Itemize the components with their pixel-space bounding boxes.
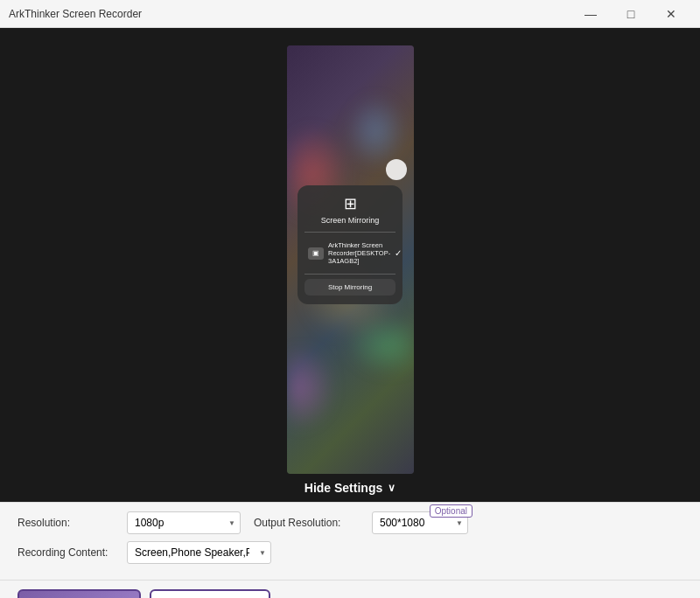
output-resolution-label: Output Resolution:	[254, 517, 359, 529]
mirroring-divider	[304, 232, 396, 233]
mirroring-title: Screen Mirroring	[321, 216, 380, 225]
mirroring-title-row: ⊞ Screen Mirroring	[304, 194, 396, 225]
app-title: ArkThinker Screen Recorder	[9, 8, 142, 20]
output-resolution-group: 500*1080 1080*1920 Optional	[372, 511, 468, 534]
mirroring-option: ▣ ArkThinker Screen Recorder[DESKTOP-3A1…	[304, 237, 396, 269]
phone-circle-button	[386, 159, 407, 180]
preview-area: ⊞ Screen Mirroring ▣ ArkThinker Screen R…	[0, 28, 700, 502]
window-controls: — □ ✕	[570, 0, 691, 28]
content-select[interactable]: Screen,Phone Speaker,PC Mi... Screen onl…	[127, 541, 271, 564]
chevron-down-icon: ∨	[388, 482, 396, 494]
mirroring-divider-2	[304, 274, 396, 275]
maximize-button[interactable]: □	[611, 0, 651, 28]
phone-screen: ⊞ Screen Mirroring ▣ ArkThinker Screen R…	[287, 45, 414, 474]
record-button[interactable]: Record	[18, 589, 141, 598]
minimize-button[interactable]: —	[570, 0, 611, 28]
option-icon: ▣	[308, 247, 324, 260]
hide-settings-bar[interactable]: Hide Settings ∨	[18, 474, 682, 502]
optional-badge: Optional	[430, 504, 472, 518]
content-label: Recording Content:	[18, 546, 114, 559]
resolution-select[interactable]: 1080p 720p 480p	[127, 511, 241, 534]
mirroring-icon: ⊞	[344, 194, 357, 213]
snapshot-button[interactable]: 📷 SnapShot	[150, 589, 270, 598]
settings-panel: Resolution: 1080p 720p 480p Output Resol…	[0, 502, 700, 580]
main-content: ⊞ Screen Mirroring ▣ ArkThinker Screen R…	[0, 28, 700, 598]
title-bar: ArkThinker Screen Recorder — □ ✕	[0, 0, 700, 28]
close-button[interactable]: ✕	[651, 0, 691, 28]
screen-mirroring-modal: ⊞ Screen Mirroring ▣ ArkThinker Screen R…	[298, 185, 402, 304]
resolution-label: Resolution:	[18, 517, 114, 529]
phone-background: ⊞ Screen Mirroring ▣ ArkThinker Screen R…	[287, 45, 414, 474]
stop-mirroring-button[interactable]: Stop Mirroring	[304, 279, 396, 296]
mirroring-option-text: ArkThinker Screen Recorder[DESKTOP-3A1AG…	[328, 241, 390, 265]
settings-row-1: Resolution: 1080p 720p 480p Output Resol…	[18, 511, 682, 534]
mirroring-check: ✓	[395, 248, 402, 258]
hide-settings-label: Hide Settings	[304, 481, 382, 495]
action-bar: Record 📷 SnapShot Recording history	[0, 580, 700, 598]
action-buttons: Record 📷 SnapShot	[18, 589, 270, 598]
resolution-select-wrapper: 1080p 720p 480p	[127, 511, 241, 534]
content-select-wrapper: Screen,Phone Speaker,PC Mi... Screen onl…	[127, 541, 271, 564]
settings-row-2: Recording Content: Screen,Phone Speaker,…	[18, 541, 682, 564]
